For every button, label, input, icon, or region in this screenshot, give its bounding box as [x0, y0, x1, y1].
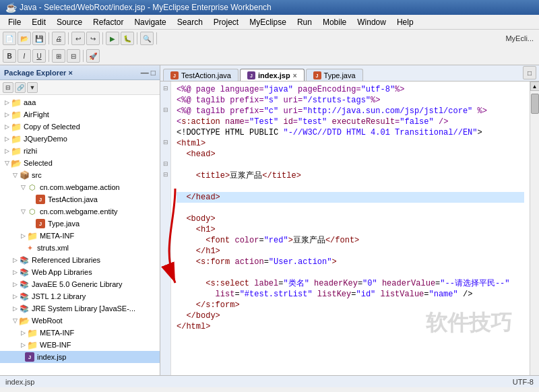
tree-item-javaee[interactable]: ▷ 📚 JavaEE 5.0 Generic Library	[0, 278, 160, 290]
menu-project[interactable]: Project	[208, 16, 244, 28]
tree-item-rizhi[interactable]: ▷ 📁 rizhi	[0, 145, 160, 157]
menu-myeclipse[interactable]: MyEclipse	[244, 16, 292, 28]
fold-4[interactable]: ⊟	[163, 158, 168, 169]
menu-help[interactable]: Help	[391, 16, 419, 28]
tree-item-selected[interactable]: ▽ 📂 Selected	[0, 157, 160, 169]
pe-minimize-icon[interactable]: —	[141, 68, 149, 77]
tree-item-src[interactable]: ▽ 📦 src	[0, 169, 160, 181]
tree-item-pkg1[interactable]: ▽ ⬡ cn.com.webgame.action	[0, 181, 160, 193]
fold-1[interactable]: ⊟	[163, 83, 168, 94]
tab-indexjsp[interactable]: J index.jsp ×	[240, 69, 305, 81]
editor-maximize-btn[interactable]: □	[523, 66, 536, 79]
tree-arrow-src[interactable]: ▽	[11, 171, 19, 179]
pe-link-btn[interactable]: 🔗	[15, 82, 26, 93]
tree-label-pkg2: cn.com.webgame.entity	[40, 207, 118, 216]
tree-item-webmetainf[interactable]: ▷ 📁 META-INF	[0, 327, 160, 339]
tree-arrow-pkg1[interactable]: ▽	[19, 183, 27, 191]
tb-italic-btn[interactable]: I	[18, 49, 31, 63]
pe-tree[interactable]: ▷ 📁 aaa ▷ 📁 AirFight ▷ 📁 Copy of Select	[0, 95, 160, 375]
fold-5[interactable]: ⊟	[163, 169, 168, 180]
tb-new-btn[interactable]: 📄	[3, 32, 16, 45]
tree-item-testaction[interactable]: J TestAction.java	[0, 193, 160, 205]
tb-redo-btn[interactable]: ↪	[86, 32, 100, 45]
code-editor[interactable]: <%@ page language="java" pageEncoding="u…	[171, 81, 530, 375]
menu-refactor[interactable]: Refactor	[88, 16, 129, 28]
tb-search-btn[interactable]: 🔍	[140, 32, 154, 45]
tree-item-jquerydemo[interactable]: ▷ 📁 JQueryDemo	[0, 133, 160, 145]
pe-maximize-icon[interactable]: □	[151, 68, 156, 77]
tree-arrow-jre[interactable]: ▷	[11, 304, 19, 313]
tree-item-jstl[interactable]: ▷ 📚 JSTL 1.2 Library	[0, 290, 160, 302]
tree-arrow-strutsxml[interactable]	[19, 244, 24, 252]
tb-run-btn[interactable]: ▶	[106, 32, 119, 45]
scroll-thumb[interactable]	[531, 94, 539, 114]
tree-arrow-typejava[interactable]	[30, 220, 35, 228]
tree-arrow-indexjsp[interactable]	[19, 353, 24, 361]
tb-deploy-btn[interactable]: 🚀	[86, 49, 100, 63]
scroll-up-btn[interactable]: ▲	[530, 81, 540, 91]
tree-arrow-pkg2[interactable]: ▽	[19, 207, 27, 216]
tree-item-metainf[interactable]: ▷ 📁 META-INF	[0, 230, 160, 242]
menu-edit[interactable]: Edit	[26, 16, 51, 28]
tree-arrow-webapplibs[interactable]: ▷	[11, 268, 19, 276]
tb-layout2-btn[interactable]: ⊟	[67, 49, 80, 63]
fold-2[interactable]: ⊟	[163, 104, 168, 115]
tb-underline-btn[interactable]: U	[32, 49, 46, 63]
folder-icon-aaa: 📁	[11, 97, 22, 108]
menu-window[interactable]: Window	[352, 16, 391, 28]
tree-item-airfight[interactable]: ▷ 📁 AirFight	[0, 108, 160, 121]
tree-arrow-webroot[interactable]: ▽	[11, 317, 19, 325]
menu-search[interactable]: Search	[172, 16, 208, 28]
tb-layout1-btn[interactable]: ⊞	[52, 49, 65, 63]
tree-item-indexjsp[interactable]: J index.jsp	[0, 351, 160, 363]
tree-item-aaa[interactable]: ▷ 📁 aaa	[0, 96, 160, 108]
tree-arrow-reflibs[interactable]: ▷	[11, 256, 19, 264]
menu-mobile[interactable]: Mobile	[317, 16, 352, 28]
editor-scrollbar[interactable]: ▲	[530, 81, 539, 375]
menu-run[interactable]: Run	[292, 16, 317, 28]
pe-collapse-btn[interactable]: ⊟	[3, 82, 13, 93]
tree-item-reflibs[interactable]: ▷ 📚 Referenced Libraries	[0, 254, 160, 266]
tb-print-btn[interactable]: 🖨	[52, 32, 65, 45]
code-line-11: </head>	[177, 192, 524, 203]
tree-arrow-jstl[interactable]: ▷	[11, 292, 19, 300]
tree-item-webinf[interactable]: ▷ 📁 WEB-INF	[0, 339, 160, 351]
tree-label-javaee: JavaEE 5.0 Generic Library	[32, 280, 123, 288]
menu-file[interactable]: File	[3, 16, 26, 28]
tab-typejava[interactable]: J Type.java	[306, 69, 363, 81]
tree-arrow-webmetainf[interactable]: ▷	[19, 329, 27, 337]
tree-arrow-metainf[interactable]: ▷	[19, 232, 27, 240]
tree-arrow-copyofselected[interactable]: ▷	[3, 123, 11, 131]
tree-arrow-rizhi[interactable]: ▷	[3, 147, 11, 155]
code-line-20: list="#test.strList" listKey="id" listVa…	[177, 289, 524, 300]
menu-navigate[interactable]: Navigate	[129, 16, 171, 28]
tree-item-jre[interactable]: ▷ 📚 JRE System Library [JavaSE-...	[0, 302, 160, 315]
tree-arrow-javaee[interactable]: ▷	[11, 280, 19, 288]
tb-undo-btn[interactable]: ↩	[71, 32, 85, 45]
tree-arrow-aaa[interactable]: ▷	[3, 98, 11, 106]
tree-arrow-jquerydemo[interactable]: ▷	[3, 135, 11, 143]
tree-arrow-airfight[interactable]: ▷	[3, 110, 11, 119]
tb-save-btn[interactable]: 💾	[32, 32, 46, 45]
tab-testaction[interactable]: J TestAction.java	[163, 69, 239, 81]
tb-debug-btn[interactable]: 🐛	[121, 32, 134, 45]
tree-item-webapplibs[interactable]: ▷ 📚 Web App Libraries	[0, 266, 160, 278]
pe-menu-btn[interactable]: ▼	[27, 82, 38, 93]
tree-arrow-selected[interactable]: ▽	[3, 159, 11, 167]
tree-item-copyofselected[interactable]: ▷ 📁 Copy of Selected	[0, 121, 160, 133]
tree-item-pkg2[interactable]: ▽ ⬡ cn.com.webgame.entity	[0, 205, 160, 218]
tb-open-btn[interactable]: 📂	[18, 32, 31, 45]
tree-item-webroot[interactable]: ▽ 📂 WebRoot	[0, 315, 160, 327]
tb-sep-6	[49, 50, 49, 62]
fold-3[interactable]: ⊟	[163, 137, 168, 148]
tree-arrow-webinf[interactable]: ▷	[19, 341, 27, 349]
tree-label-typejava: Type.java	[48, 220, 80, 228]
tree-arrow-testaction[interactable]	[30, 195, 35, 203]
editor-tabs: J TestAction.java J index.jsp × J Type.j…	[160, 65, 539, 81]
tree-item-strutsxml[interactable]: ✦ struts.xml	[0, 242, 160, 254]
code-line-23: </html>	[177, 321, 524, 332]
tab-close-indexjsp[interactable]: ×	[293, 72, 297, 79]
tree-item-typejava[interactable]: J Type.java	[0, 218, 160, 230]
menu-source[interactable]: Source	[51, 16, 88, 28]
tb-bold-btn[interactable]: B	[3, 49, 16, 63]
